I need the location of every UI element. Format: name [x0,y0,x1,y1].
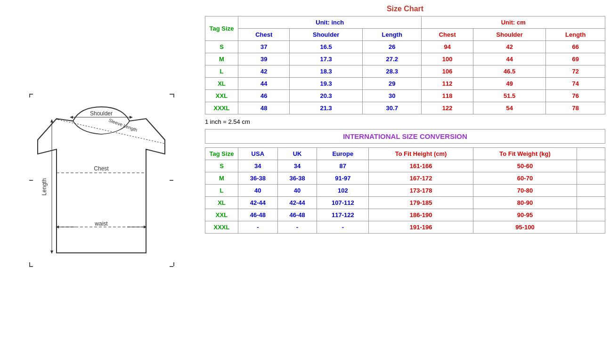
svg-rect-6 [170,266,173,267]
unit-cm-header: Unit: cm [422,16,605,29]
table-row: XXXL 48 21.3 30.7 122 54 78 [205,102,605,114]
cm-chest-cell: 118 [422,90,473,102]
unit-note: 1 inch = 2.54 cm [205,118,605,125]
cm-shoulder-cell: 51.5 [473,90,546,102]
table-row: S 37 16.5 26 94 42 66 [205,41,605,53]
europe-cell: 102 [317,185,369,197]
height-cell: 161-166 [369,160,473,172]
uk-header: UK [277,148,317,160]
europe-cell: 87 [317,160,369,172]
usa-cell: 36-38 [238,172,278,185]
empty-cell [577,172,605,185]
inch-length-cell: 26 [362,41,422,53]
cm-shoulder-cell: 54 [473,102,546,114]
uk-cell: 40 [277,185,317,197]
inch-shoulder-cell: 19.3 [290,78,363,90]
svg-rect-5 [29,262,30,266]
svg-rect-7 [173,262,174,266]
cm-shoulder-cell: 44 [473,53,546,65]
empty-cell [577,221,605,234]
europe-cell: 91-97 [317,172,369,185]
size-cell: XXL [205,90,238,102]
empty-header [577,148,605,160]
svg-marker-19 [70,116,73,119]
tshirt-svg: Chest waist Shoulder Length [28,93,174,272]
uk-cell: 46-48 [277,209,317,221]
table-row: XXXL - - - 191-196 95-100 [205,221,605,234]
table-row: XXL 46-48 46-48 117-122 186-190 90-95 [205,209,605,221]
cm-chest-cell: 94 [422,41,473,53]
uk-cell: 42-44 [277,197,317,209]
height-cell: 179-185 [369,197,473,209]
empty-cell [577,197,605,209]
height-cell: 191-196 [369,221,473,234]
cm-chest-header: Chest [422,29,473,41]
cm-length-cell: 66 [546,41,605,53]
usa-cell: 34 [238,160,278,172]
inch-chest-cell: 39 [238,53,290,65]
cm-shoulder-cell: 46.5 [473,65,546,78]
intl-size-cell: S [205,160,238,172]
intl-title-table: INTERNATIONAL SIZE CONVERSION [205,129,605,144]
cm-length-cell: 76 [546,90,605,102]
inch-length-header: Length [362,29,422,41]
height-cell: 186-190 [369,209,473,221]
cm-chest-cell: 122 [422,102,473,114]
right-panel: Size Chart Tag Size Unit: inch Unit: cm … [203,0,610,364]
svg-rect-4 [29,266,33,267]
empty-cell [577,185,605,197]
intl-size-cell: M [205,172,238,185]
waist-label: waist [94,220,108,227]
size-cell: S [205,41,238,53]
table-row: XL 42-44 42-44 107-112 179-185 80-90 [205,197,605,209]
cm-length-cell: 74 [546,78,605,90]
inch-chest-cell: 42 [238,65,290,78]
size-cell: L [205,65,238,78]
cm-chest-cell: 112 [422,78,473,90]
height-cell: 167-172 [369,172,473,185]
shoulder-label: Shoulder [90,110,113,117]
europe-cell: 107-112 [317,197,369,209]
uk-cell: 36-38 [277,172,317,185]
intl-title: INTERNATIONAL SIZE CONVERSION [205,129,605,144]
inch-chest-cell: 46 [238,90,290,102]
height-cell: 173-178 [369,185,473,197]
cm-chest-cell: 106 [422,65,473,78]
cm-length-cell: 69 [546,53,605,65]
intl-size-cell: XL [205,197,238,209]
europe-header: Europe [317,148,369,160]
intl-size-cell: XXL [205,209,238,221]
empty-cell [577,160,605,172]
table-row: XXL 46 20.3 30 118 51.5 76 [205,90,605,102]
inch-shoulder-cell: 20.3 [290,90,363,102]
inch-shoulder-cell: 18.3 [290,65,363,78]
weight-cell: 95-100 [473,221,577,234]
weight-cell: 80-90 [473,197,577,209]
inch-shoulder-cell: 21.3 [290,102,363,114]
inch-length-cell: 30 [362,90,422,102]
table-row: XL 44 19.3 29 112 49 74 [205,78,605,90]
inch-length-cell: 29 [362,78,422,90]
tshirt-container: Chest waist Shoulder Length [28,93,174,272]
inch-chest-header: Chest [238,29,290,41]
inch-shoulder-header: Shoulder [290,29,363,41]
weight-cell: 60-70 [473,172,577,185]
tshirt-diagram-panel: Chest waist Shoulder Length [0,0,203,364]
svg-rect-2 [170,94,173,95]
inch-chest-cell: 37 [238,41,290,53]
size-cell: XL [205,78,238,90]
uk-cell: - [277,221,317,234]
svg-marker-20 [130,116,133,119]
chest-label: Chest [94,165,109,172]
sleeve-label: Sleeve Length [108,117,138,132]
table-row: L 40 40 102 173-178 70-80 [205,185,605,197]
europe-cell: 117-122 [317,209,369,221]
intl-size-cell: L [205,185,238,197]
intl-size-cell: XXXL [205,221,238,234]
svg-line-11 [146,119,165,140]
height-header: To Fit Height (cm) [369,148,473,160]
intl-tag-size-header: Tag Size [205,148,238,160]
size-chart-table: Tag Size Unit: inch Unit: cm Chest Shoul… [205,16,605,114]
tag-size-header: Tag Size [205,16,238,41]
usa-cell: - [238,221,278,234]
